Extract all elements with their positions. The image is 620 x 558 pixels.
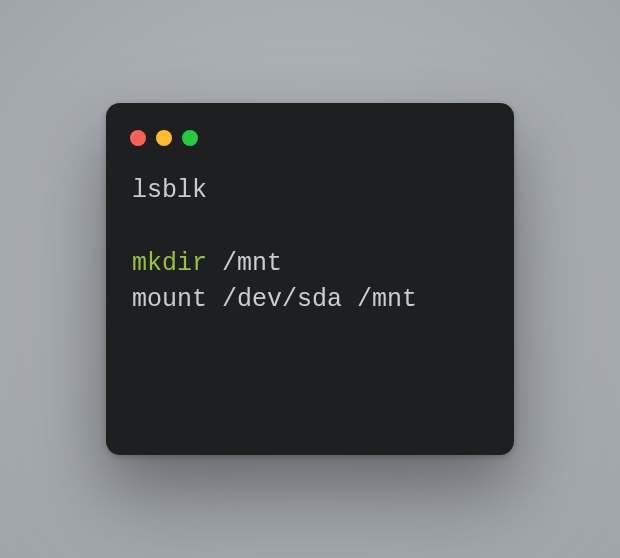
terminal-line: lsblk	[132, 176, 207, 205]
terminal-line: mount /dev/sda /mnt	[132, 285, 417, 314]
terminal-arg: /mnt	[207, 249, 282, 278]
terminal-body[interactable]: lsblk mkdir /mnt mount /dev/sda /mnt	[106, 151, 514, 340]
terminal-window: lsblk mkdir /mnt mount /dev/sda /mnt	[106, 103, 514, 455]
terminal-keyword: mkdir	[132, 249, 207, 278]
zoom-icon[interactable]	[182, 130, 198, 146]
titlebar	[106, 103, 514, 151]
minimize-icon[interactable]	[156, 130, 172, 146]
close-icon[interactable]	[130, 130, 146, 146]
terminal-blank-line	[132, 212, 147, 241]
